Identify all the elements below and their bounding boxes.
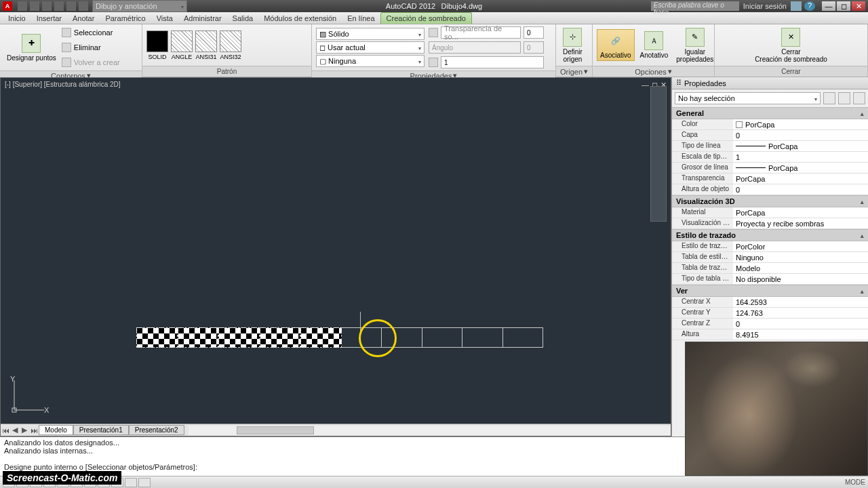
match-properties-button[interactable]: ✎Igualar propiedades	[673, 26, 716, 64]
prop-section-visualización-3d[interactable]: Visualización 3D	[672, 195, 868, 207]
qat-new-icon[interactable]	[18, 1, 27, 11]
drawing-viewport[interactable]: [-] [Superior] [Estructura alámbrica 2D]…	[0, 77, 671, 436]
prop-row[interactable]: MaterialPorCapa	[672, 207, 868, 218]
select-objects-button[interactable]	[838, 92, 850, 104]
prop-row[interactable]: Centrar Y124.763	[672, 308, 868, 319]
prop-row[interactable]: Altura de objeto0	[672, 184, 868, 195]
prop-row[interactable]: Estilo de trazadoPorColor	[672, 241, 868, 252]
help-search-input[interactable]: Escriba palabra clave o frase	[651, 1, 739, 11]
menu-tab-en-línea[interactable]: En línea	[342, 13, 380, 24]
menu-tab-administrar[interactable]: Administrar	[178, 13, 227, 24]
svg-text:Y: Y	[10, 375, 16, 383]
close-hatch-button[interactable]: ✕Cerrar Creación de sombreado	[752, 26, 830, 64]
status-tpy-button[interactable]	[138, 478, 151, 487]
properties-header[interactable]: ⠿ Propiedades	[672, 77, 868, 89]
prop-section-general[interactable]: General	[672, 107, 868, 119]
qat-open-icon[interactable]	[30, 1, 39, 11]
prop-row[interactable]: Grosor de líneaPorCapa	[672, 163, 868, 174]
qat-undo-icon[interactable]	[66, 1, 76, 11]
match-icon: ✎	[686, 28, 705, 47]
quick-access-toolbar	[18, 1, 88, 11]
navigation-bar[interactable]	[650, 86, 667, 222]
layout-tab-presentación2[interactable]: Presentación2	[129, 425, 184, 435]
pick-points-button[interactable]: ✚ Designar puntos	[4, 33, 59, 63]
prop-row[interactable]: Altura8.4915	[672, 329, 868, 340]
tab-nav-button[interactable]: ▶	[20, 426, 29, 435]
recreate-button: Volver a crear	[62, 56, 120, 69]
close-button[interactable]: ✕	[852, 1, 865, 11]
panel-title-opciones[interactable]: Opciones ▾	[593, 66, 714, 77]
menu-tab-vista[interactable]: Vista	[151, 13, 178, 24]
transparency-icon	[429, 28, 438, 37]
recreate-icon	[62, 58, 71, 67]
menu-tab-creación-de-sombreado[interactable]: Creación de sombreado	[380, 12, 472, 24]
layout-tab-presentación1[interactable]: Presentación1	[73, 425, 129, 435]
tab-nav-button[interactable]: ⏮	[1, 426, 10, 435]
qat-save-icon[interactable]	[42, 1, 52, 11]
prop-row[interactable]: Tabla de trazado ...Modelo	[672, 263, 868, 274]
prop-row[interactable]: Tipo de tabla de ...No disponible	[672, 274, 868, 285]
set-origin-button[interactable]: ⊹Definir origen	[560, 26, 585, 64]
properties-grip-icon[interactable]: ⠿	[676, 79, 682, 87]
hatch-swatch-solid[interactable]: SOLID	[146, 30, 168, 60]
selection-dropdown[interactable]: No hay selección	[675, 92, 821, 104]
menu-tab-salida[interactable]: Salida	[227, 13, 259, 24]
svg-text:X: X	[44, 406, 50, 414]
h-scrollbar[interactable]	[189, 426, 671, 435]
hatch-type-dropdown[interactable]: ▨ Sólido	[316, 28, 425, 40]
layout-tab-modelo[interactable]: Modelo	[39, 425, 73, 435]
viewport-label[interactable]: [-] [Superior] [Estructura alámbrica 2D]	[5, 81, 121, 88]
tab-nav-button[interactable]: ⏭	[29, 426, 39, 435]
qat-print-icon[interactable]	[54, 1, 64, 11]
prop-row[interactable]: ColorPorCapa	[672, 119, 868, 130]
annotative-button[interactable]: ＡAnotativo	[637, 30, 671, 60]
qat-redo-icon[interactable]	[79, 1, 88, 11]
menu-tab-insertar[interactable]: Insertar	[31, 13, 67, 24]
associative-button[interactable]: 🔗Asociativo	[597, 29, 635, 61]
hatch-color-dropdown[interactable]: ◻ Usar actual	[316, 41, 425, 54]
menu-tab-inicio[interactable]: Inicio	[3, 13, 31, 24]
prop-section-ver[interactable]: Ver	[672, 285, 868, 297]
signin-link[interactable]: Iniciar sesión	[743, 2, 787, 10]
minimize-button[interactable]: —	[822, 1, 835, 11]
select-button[interactable]: Seleccionar	[62, 26, 120, 39]
hatch-layer-dropdown[interactable]: ▢ Ninguna	[316, 55, 425, 67]
prop-row[interactable]: TransparenciaPorCapa	[672, 174, 868, 184]
prop-section-estilo-de-trazado[interactable]: Estilo de trazado	[672, 229, 868, 241]
prop-row[interactable]: Centrar X164.2593	[672, 297, 868, 308]
prop-row[interactable]: Tabla de estilos ...Ninguno	[672, 252, 868, 263]
toggle-pickadd-button[interactable]	[823, 92, 835, 104]
hatch-swatch-ansi32[interactable]: ANSI32	[220, 30, 241, 60]
hatch-swatch-ansi31[interactable]: ANSI31	[195, 30, 217, 60]
prop-row[interactable]: Visualización de ...Proyecta y recibe so…	[672, 218, 868, 229]
exchange-icon[interactable]	[791, 1, 802, 11]
workspace-dropdown[interactable]: Dibujo y anotación	[92, 0, 187, 12]
prop-row[interactable]: Escala de tipo de...1	[672, 152, 868, 163]
prop-row[interactable]: Capa0	[672, 130, 868, 141]
help-icon[interactable]: ?	[804, 1, 815, 11]
prop-row[interactable]: Centrar Z0	[672, 319, 868, 329]
hatch-swatch-angle[interactable]: ANGLE	[171, 30, 193, 60]
ribbon-tabs: InicioInsertarAnotarParamétricoVistaAdmi…	[0, 12, 868, 24]
scale-icon	[429, 58, 438, 67]
maximize-button[interactable]: ◻	[837, 1, 850, 11]
app-icon[interactable]: A	[3, 1, 12, 11]
status-lwt-button[interactable]	[125, 478, 137, 487]
menu-tab-paramétrico[interactable]: Paramétrico	[100, 13, 151, 24]
drawing-grid-object	[136, 327, 543, 348]
status-mode: MODE	[845, 479, 865, 486]
watermark: Screencast-O-Matic.com	[3, 471, 121, 485]
remove-button[interactable]: Eliminar	[62, 41, 120, 54]
tab-nav-button[interactable]: ◀	[10, 426, 20, 435]
menu-tab-módulos-de-extensión[interactable]: Módulos de extensión	[258, 13, 342, 24]
transparency-dropdown[interactable]: Transparencia de so...	[441, 26, 521, 39]
viewport-minimize-icon[interactable]: —	[642, 81, 649, 89]
prop-row[interactable]: Tipo de líneaPorCapa	[672, 141, 868, 152]
scale-value[interactable]: 1	[441, 56, 544, 68]
quick-select-button[interactable]	[853, 92, 865, 104]
menu-tab-anotar[interactable]: Anotar	[67, 13, 100, 24]
transparency-value[interactable]: 0	[524, 26, 544, 39]
panel-title-origen[interactable]: Origen ▾	[556, 66, 592, 77]
select-icon	[62, 28, 71, 37]
annotative-icon: Ａ	[644, 31, 663, 50]
